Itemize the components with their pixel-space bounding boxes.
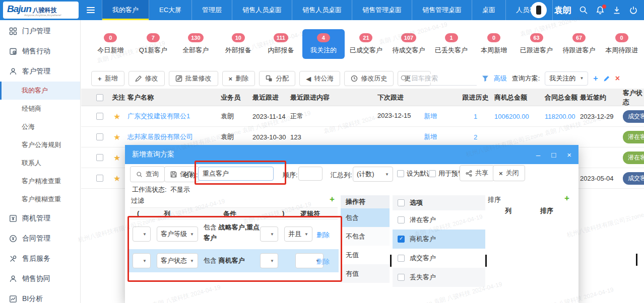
stat-week-to-follow[interactable]: 0本周待跟进 — [600, 29, 643, 59]
sidebar-item-customer-mgmt[interactable]: 客户管理 — [0, 61, 80, 82]
sidebar-item-contacts[interactable]: 联系人 — [0, 154, 80, 172]
option-item-opportunity[interactable]: 商机客户 — [393, 230, 485, 249]
delete-button[interactable]: ×删除 — [222, 71, 255, 86]
stat-today-new[interactable]: 0今日新增 — [89, 29, 132, 59]
options-header[interactable]: 选项 — [393, 195, 485, 210]
sidebar-item-distributors[interactable]: 经销商 — [0, 100, 80, 118]
sidebar-item-sales-collab[interactable]: 销售协同 — [0, 269, 80, 289]
batch-edit-button[interactable]: 批量修改 — [169, 71, 218, 86]
open-paren-select[interactable]: ▼ — [133, 253, 151, 268]
stat-internal-filing[interactable]: 111内部报备 — [260, 29, 302, 59]
add-filter-button[interactable]: + — [330, 194, 335, 204]
search-input[interactable] — [411, 74, 473, 83]
divider-handle[interactable] — [636, 254, 637, 266]
operator-item-no-value[interactable]: 无值 — [341, 246, 390, 264]
download-icon[interactable] — [612, 6, 621, 15]
divider-handle[interactable] — [341, 255, 342, 267]
minimize-icon[interactable]: – — [536, 150, 540, 159]
sidebar-item-contract-mgmt[interactable]: 合同管理 — [0, 229, 80, 249]
row-checkbox[interactable] — [96, 133, 103, 140]
followup-history-link[interactable]: 2 — [457, 133, 494, 141]
delete-filter-link[interactable]: 删除 — [316, 257, 330, 266]
query-button[interactable]: 查询 — [130, 166, 165, 182]
contract-total-link[interactable]: 118200.00 — [545, 113, 580, 120]
table-row[interactable]: ★ 志邦家居股份有限公司 袁朗 2023-10-30 123 新增 2 潜在客户 — [81, 127, 644, 147]
stat-lost-customers[interactable]: 1已丢失客户 — [430, 29, 473, 59]
select-all-checkbox[interactable] — [96, 94, 103, 101]
nav-tab-sales-desktop-2[interactable]: 销售人员桌面 — [292, 0, 352, 20]
summary-col-select[interactable]: (计数)▼ — [353, 167, 393, 182]
order-input[interactable] — [298, 167, 323, 181]
sidebar-item-after-sales[interactable]: 售后服务 — [0, 249, 80, 269]
edit-button[interactable]: 修改 — [128, 71, 165, 86]
power-logout-icon[interactable] — [629, 6, 638, 15]
close-paren-select[interactable]: ▼ — [260, 253, 278, 268]
sidebar-item-opportunity-mgmt[interactable]: 商机管理 — [0, 208, 80, 229]
delete-plan-button[interactable]: × — [615, 74, 620, 83]
row-checkbox[interactable] — [96, 175, 103, 182]
row-checkbox[interactable] — [96, 154, 103, 161]
search-icon[interactable] — [579, 6, 588, 15]
set-default-checkbox[interactable]: 设为默认 — [397, 169, 433, 178]
open-paren-select[interactable]: ▼ — [133, 226, 151, 242]
opportunity-total-link[interactable]: 1006200.00 — [494, 113, 545, 120]
add-button[interactable]: +新增 — [91, 71, 124, 86]
option-item-deal[interactable]: 成交客户 — [393, 249, 485, 268]
sidebar-item-sales-action[interactable]: 销售行动 — [0, 41, 80, 61]
to-public-sea-button[interactable]: ◀转公海 — [299, 71, 340, 86]
divider-handle[interactable] — [485, 255, 487, 267]
operator-item-contains[interactable]: 包含 — [341, 208, 390, 227]
user-name[interactable]: 袁朗 — [554, 5, 571, 16]
stat-followed-up[interactable]: 63已跟进客户 — [515, 29, 558, 59]
nav-tab-management[interactable]: 管理层 — [192, 0, 232, 20]
option-item-lost[interactable]: 丢失客户 — [393, 268, 485, 287]
filter-funnel-icon[interactable] — [482, 75, 489, 82]
edit-history-button[interactable]: 修改历史 — [344, 71, 394, 86]
select-all-options-checkbox[interactable] — [398, 199, 405, 206]
add-followup-link[interactable]: 新增 — [424, 132, 437, 141]
sidebar-item-public-sea-rules[interactable]: 客户公海规则 — [0, 136, 80, 154]
logic-select[interactable]: 并且▼ — [284, 226, 312, 242]
stat-q1-new[interactable]: 7Q1新客户 — [132, 29, 175, 59]
app-logo[interactable]: Bajun 八骏科技 Anyone,Anytime,Anywhere! — [3, 2, 79, 19]
sidebar-item-bi-analysis[interactable]: BI分析 — [0, 289, 80, 303]
nav-tab-sales-mgmt-desktop-1[interactable]: 销售管理桌面 — [352, 0, 412, 20]
stat-closed-customers[interactable]: 21已成交客户 — [345, 29, 388, 59]
sidebar-item-portal[interactable]: 门户管理 — [0, 21, 80, 41]
add-sort-button[interactable]: + — [564, 193, 569, 203]
star-icon[interactable]: ★ — [113, 112, 127, 121]
star-icon[interactable]: ★ — [113, 132, 127, 142]
stat-week-new[interactable]: 0本周新增 — [473, 29, 516, 59]
user-avatar[interactable] — [531, 2, 547, 18]
stat-to-follow-up[interactable]: 67待跟进客户 — [558, 29, 601, 59]
edit-plan-pencil-icon[interactable] — [603, 75, 610, 82]
hamburger-menu-icon[interactable] — [87, 7, 95, 13]
sidebar-item-exact-dedup[interactable]: 客户精准查重 — [0, 172, 80, 190]
nav-tab-desktop[interactable]: 桌面 — [472, 0, 506, 20]
plan-name-input[interactable] — [198, 167, 274, 181]
customer-name-link[interactable]: 志邦家居股份有限公司 — [127, 132, 221, 141]
nav-tab-sales-desktop-1[interactable]: 销售人员桌面 — [232, 0, 292, 20]
table-row[interactable]: ★ 广东交投建设有限公1 袁朗 2023-11-14 正常 2023-12-15… — [81, 106, 644, 127]
notifications-bell-icon[interactable] — [596, 6, 605, 15]
nav-tab-sales-mgmt-desktop-2[interactable]: 销售管理桌面 — [412, 0, 472, 20]
close-icon[interactable]: × — [567, 150, 571, 159]
sidebar-item-fuzzy-dedup[interactable]: 客户模糊查重 — [0, 190, 80, 208]
sidebar-item-my-customers[interactable]: 我的客户 — [0, 82, 80, 100]
dialog-titlebar[interactable]: 新增查询方案 – □ × — [125, 145, 578, 164]
stat-pending-deal[interactable]: 107待成交客户 — [388, 29, 430, 59]
stat-my-followed[interactable]: 4我关注的 — [302, 29, 345, 59]
stat-external-filing[interactable]: 10外部报备 — [217, 29, 260, 59]
nav-tab-ec-screen[interactable]: EC大屏 — [149, 0, 192, 20]
close-paren-select[interactable]: ▼ — [260, 226, 278, 242]
divider-handle[interactable] — [390, 255, 392, 267]
maximize-icon[interactable]: □ — [551, 150, 556, 159]
operator-item-has-value[interactable]: 有值 — [341, 264, 390, 283]
option-item-potential[interactable]: 潜在客户 — [393, 210, 485, 230]
assign-button[interactable]: 分配 — [259, 71, 295, 86]
operator-item-not-contains[interactable]: 不包含 — [341, 227, 390, 246]
followup-history-link[interactable]: 1 — [457, 113, 494, 120]
dialog-close-button[interactable]: ×关闭 — [493, 165, 525, 181]
customer-name-link[interactable]: 广东交投建设有限公1 — [127, 112, 221, 121]
delete-filter-link[interactable]: 删除 — [316, 231, 330, 240]
